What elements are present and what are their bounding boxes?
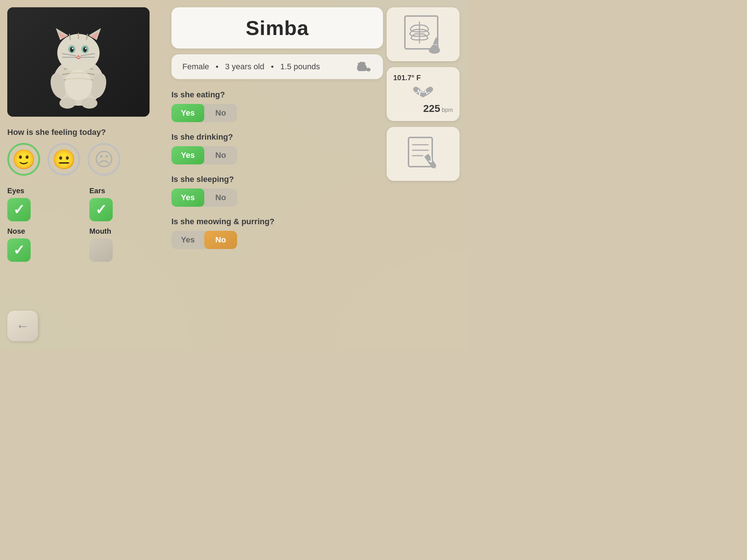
pet-info-text: Female • 3 years old • 1.5 pounds bbox=[182, 62, 356, 71]
notes-card[interactable] bbox=[387, 127, 460, 181]
bpm-display: 225 bpm bbox=[423, 103, 453, 114]
cat-species-icon bbox=[356, 61, 372, 73]
ears-item: Ears ✓ bbox=[89, 187, 160, 221]
nose-item: Nose ✓ bbox=[7, 227, 78, 262]
meowing-no-button[interactable]: No bbox=[204, 231, 237, 249]
back-arrow-icon: ← bbox=[16, 318, 29, 334]
question-drinking: Is she drinking? Yes No bbox=[171, 132, 383, 164]
vitals-card[interactable]: 101.7° F 225 bpm bbox=[387, 67, 460, 121]
eyes-item: Eyes ✓ bbox=[7, 187, 78, 221]
mouth-label: Mouth bbox=[89, 227, 111, 236]
mood-happy[interactable]: 🙂 bbox=[7, 143, 40, 176]
eating-toggle: Yes No bbox=[171, 104, 237, 122]
separator-1: • bbox=[216, 62, 218, 71]
mood-row: 🙂 😐 ☹ bbox=[7, 143, 160, 176]
svg-point-11 bbox=[70, 47, 74, 52]
mouth-checkbox[interactable] bbox=[89, 238, 113, 262]
xray-icon bbox=[399, 14, 447, 54]
pet-weight: 1.5 pounds bbox=[280, 62, 320, 71]
mood-sad[interactable]: ☹ bbox=[88, 143, 120, 176]
eyes-checkbox[interactable]: ✓ bbox=[7, 198, 31, 221]
center-panel: Simba Female • 3 years old • 1.5 pounds … bbox=[171, 7, 383, 259]
nose-checkmark: ✓ bbox=[13, 243, 25, 257]
xray-card[interactable] bbox=[387, 7, 460, 61]
eating-no-button[interactable]: No bbox=[204, 104, 237, 122]
pet-illustration bbox=[31, 13, 126, 111]
question-eating: Is she eating? Yes No bbox=[171, 90, 383, 122]
eyes-label: Eyes bbox=[7, 187, 24, 195]
mouth-item: Mouth bbox=[89, 227, 160, 262]
drinking-toggle: Yes No bbox=[171, 146, 237, 164]
sleeping-toggle: Yes No bbox=[171, 188, 237, 207]
ears-checkbox[interactable]: ✓ bbox=[89, 198, 113, 221]
ears-checkmark: ✓ bbox=[95, 203, 107, 217]
svg-point-1 bbox=[57, 34, 100, 72]
bpm-unit-label: bpm bbox=[442, 107, 453, 113]
heart-rate-icon bbox=[405, 85, 441, 100]
nose-checkbox[interactable]: ✓ bbox=[7, 238, 31, 262]
right-panel: 101.7° F 225 bpm bbox=[387, 7, 460, 181]
drinking-yes-button[interactable]: Yes bbox=[171, 146, 204, 164]
pet-photo bbox=[7, 7, 150, 117]
svg-point-25 bbox=[366, 68, 371, 71]
meowing-yes-button[interactable]: Yes bbox=[171, 231, 204, 249]
pet-name: Simba bbox=[245, 16, 309, 39]
meowing-toggle: Yes No bbox=[171, 231, 237, 249]
separator-2: • bbox=[271, 62, 274, 71]
info-card: Female • 3 years old • 1.5 pounds bbox=[171, 54, 383, 79]
svg-point-24 bbox=[65, 70, 92, 100]
pet-age: 3 years old bbox=[225, 62, 264, 71]
question-meowing: Is she meowing & purring? Yes No bbox=[171, 217, 383, 249]
notes-icon bbox=[403, 134, 443, 174]
name-card: Simba bbox=[171, 7, 383, 48]
body-parts-grid: Eyes ✓ Ears ✓ Nose ✓ bbox=[7, 187, 160, 262]
drinking-no-button[interactable]: No bbox=[204, 146, 237, 164]
drinking-question: Is she drinking? bbox=[171, 132, 383, 142]
back-button[interactable]: ← bbox=[7, 311, 38, 341]
svg-point-14 bbox=[85, 48, 86, 49]
sleeping-no-button[interactable]: No bbox=[204, 188, 237, 207]
left-panel: How is she feeling today? 🙂 😐 ☹ Eyes ✓ bbox=[7, 7, 160, 262]
mood-neutral[interactable]: 😐 bbox=[47, 143, 80, 176]
question-sleeping: Is she sleeping? Yes No bbox=[171, 175, 383, 207]
sleeping-question: Is she sleeping? bbox=[171, 175, 383, 184]
meowing-question: Is she meowing & purring? bbox=[171, 217, 383, 226]
sleeping-yes-button[interactable]: Yes bbox=[171, 188, 204, 207]
happy-face: 🙂 bbox=[12, 150, 36, 169]
svg-point-22 bbox=[59, 98, 76, 109]
pet-gender: Female bbox=[182, 62, 209, 71]
svg-point-13 bbox=[72, 48, 73, 49]
eyes-checkmark: ✓ bbox=[13, 203, 25, 217]
temperature-display: 101.7° F bbox=[393, 74, 421, 82]
svg-rect-26 bbox=[405, 16, 438, 49]
svg-point-23 bbox=[81, 98, 97, 109]
nose-label: Nose bbox=[7, 227, 25, 236]
eating-question: Is she eating? bbox=[171, 90, 383, 100]
ears-label: Ears bbox=[89, 187, 105, 195]
feeling-section: How is she feeling today? 🙂 😐 ☹ Eyes ✓ bbox=[7, 128, 160, 262]
svg-point-12 bbox=[83, 47, 87, 52]
bpm-value: 225 bbox=[423, 103, 440, 114]
feeling-label: How is she feeling today? bbox=[7, 128, 160, 137]
eating-yes-button[interactable]: Yes bbox=[171, 104, 204, 122]
sad-face: ☹ bbox=[94, 150, 114, 169]
neutral-face: 😐 bbox=[52, 150, 76, 169]
